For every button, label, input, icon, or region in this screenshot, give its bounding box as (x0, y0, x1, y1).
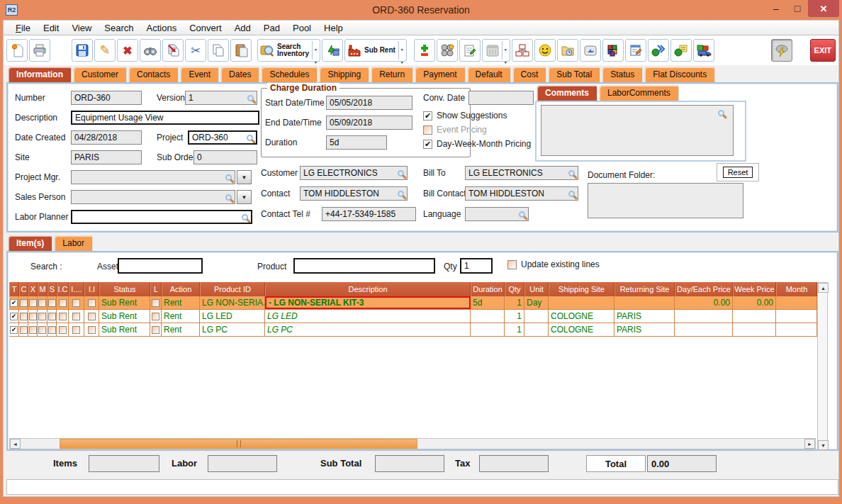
m-checkbox[interactable] (38, 313, 46, 320)
table-row[interactable]: Sub RentRentLG NON-SERIA...- LG NON-SERI… (9, 296, 817, 310)
l-checkbox[interactable] (152, 299, 159, 307)
column-header-m[interactable]: M (38, 282, 47, 296)
column-header-month[interactable]: Month (776, 282, 817, 296)
tab-sub-total[interactable]: Sub Total (548, 67, 600, 82)
exit-button[interactable]: EXIT (810, 39, 836, 62)
cell-month[interactable] (776, 310, 817, 323)
c-checkbox[interactable] (20, 313, 28, 320)
cell-shipping_site[interactable] (549, 296, 614, 309)
horizontal-scroll-track[interactable] (21, 439, 804, 449)
cell-c[interactable] (19, 296, 28, 309)
tab-dates[interactable]: Dates (220, 67, 259, 82)
cell-qty[interactable]: 1 (505, 323, 524, 336)
cell-week_price[interactable] (733, 323, 776, 336)
day-week-month-pricing-checkbox[interactable] (423, 140, 432, 149)
bill-contact-field[interactable]: TOM HIDDLESTON (465, 186, 578, 201)
column-header-unit[interactable]: Unit (524, 282, 549, 296)
cell-action[interactable]: Rent (162, 323, 200, 336)
menu-item-file[interactable]: File (9, 23, 37, 33)
vertical-scroll-track[interactable] (818, 293, 827, 440)
start-date-field[interactable]: 05/05/2018 (326, 96, 412, 110)
cell-s[interactable] (47, 323, 57, 336)
show-suggestions-checkbox[interactable] (423, 111, 432, 121)
s-checkbox[interactable] (48, 299, 56, 307)
column-header-l[interactable]: L (150, 282, 162, 296)
cell-ii[interactable] (84, 323, 99, 336)
column-header-t[interactable]: T (9, 282, 19, 296)
cell-ic[interactable] (57, 296, 69, 309)
c-checkbox[interactable] (20, 326, 28, 334)
project-field[interactable]: ORD-360 (188, 130, 257, 145)
cell-description[interactable]: LG PC (265, 323, 471, 336)
version-search-icon[interactable] (247, 95, 254, 101)
cell-l[interactable] (150, 310, 162, 323)
menu-item-view[interactable]: View (65, 23, 98, 33)
cell-status[interactable]: Sub Rent (99, 323, 150, 336)
cell-status[interactable]: Sub Rent (99, 296, 150, 309)
table-row[interactable]: Sub RentRentLG PCLG PC1COLOGNEPARIS (9, 323, 817, 337)
customer-field[interactable]: LG ELECTRONICS (300, 166, 408, 180)
table-row[interactable]: Sub RentRentLG LEDLG LED1COLOGNEPARIS (9, 310, 817, 323)
new-button[interactable] (6, 39, 28, 62)
tab-cost[interactable]: Cost (512, 67, 547, 82)
tab-shipping[interactable]: Shipping (319, 67, 369, 82)
cell-idots[interactable] (69, 323, 84, 336)
tab-labor[interactable]: Labor (54, 235, 93, 251)
tab-flat-discounts[interactable]: Flat Discounts (644, 67, 715, 82)
idots-checkbox[interactable] (72, 326, 80, 334)
cell-l[interactable] (150, 296, 162, 309)
cell-action[interactable]: Rent (162, 310, 200, 323)
cell-idots[interactable] (69, 310, 84, 323)
truck-button[interactable] (693, 39, 714, 62)
pool-button[interactable] (437, 39, 458, 62)
m-checkbox[interactable] (38, 326, 46, 334)
cell-c[interactable] (19, 323, 28, 336)
customer-search-icon[interactable] (398, 170, 404, 177)
scroll-right-icon[interactable] (804, 439, 815, 449)
cell-s[interactable] (47, 296, 57, 309)
notes-button[interactable] (459, 39, 481, 62)
bill-contact-search-icon[interactable] (568, 191, 575, 197)
comments-field[interactable] (541, 105, 734, 156)
ic-checkbox[interactable] (59, 313, 67, 320)
horizontal-scroll-thumb[interactable] (60, 439, 417, 449)
cell-shipping_site[interactable]: COLOGNE (549, 323, 614, 336)
calendar-dropdown-icon[interactable] (502, 41, 507, 60)
contact-field[interactable]: TOM HIDDLESTON (300, 186, 408, 201)
cell-t[interactable] (9, 310, 19, 323)
cell-ii[interactable] (84, 310, 99, 323)
paste-button[interactable] (230, 39, 252, 62)
cell-ii[interactable] (84, 296, 99, 309)
column-header-returning-site[interactable]: Returning Site (614, 282, 675, 296)
t-checkbox[interactable] (10, 326, 18, 334)
cell-day_each_price[interactable]: 0.00 (675, 296, 733, 309)
column-header-status[interactable]: Status (99, 282, 150, 296)
date-created-field[interactable]: 04/28/2018 (71, 130, 142, 145)
calendar-button[interactable] (482, 39, 510, 62)
document-folder-field[interactable] (588, 183, 743, 218)
cell-month[interactable] (776, 296, 817, 309)
cell-qty[interactable]: 1 (505, 310, 524, 323)
lightning-button[interactable] (771, 39, 792, 62)
column-header-s[interactable]: S (47, 282, 57, 296)
menu-item-search[interactable]: Search (98, 23, 140, 33)
column-header-day-each-price[interactable]: Day/Each Price (675, 282, 733, 296)
idots-checkbox[interactable] (72, 299, 80, 307)
edit-note-button[interactable] (625, 39, 646, 62)
language-field[interactable] (465, 207, 529, 221)
column-header-x[interactable]: X (28, 282, 38, 296)
cell-action[interactable]: Rent (162, 296, 200, 309)
cell-description[interactable]: - LG NON-SERIAL KIT-3 (265, 296, 471, 309)
edit-button[interactable] (94, 39, 116, 62)
t-checkbox[interactable] (10, 299, 18, 307)
cell-m[interactable] (38, 296, 47, 309)
convert-button[interactable] (322, 39, 343, 62)
save-button[interactable] (72, 39, 93, 62)
menu-item-add[interactable]: Add (228, 23, 257, 33)
bill-to-search-icon[interactable] (568, 170, 575, 177)
find-button[interactable] (140, 39, 161, 62)
ii-checkbox[interactable] (88, 299, 96, 307)
bill-to-field[interactable]: LG ELECTRONICS (465, 166, 578, 180)
tab-comments[interactable]: Comments (537, 85, 597, 101)
sub-orders-field[interactable]: 0 (193, 150, 257, 164)
